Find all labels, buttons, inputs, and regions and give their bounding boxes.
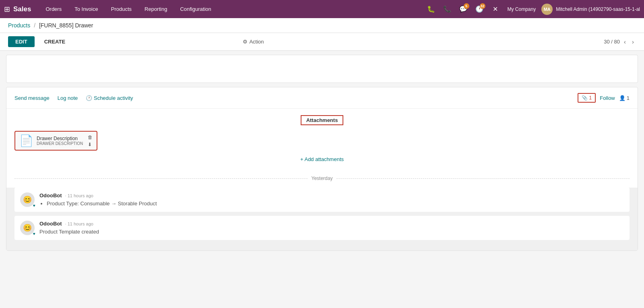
pagination: 30 / 80 ‹ › — [604, 37, 636, 46]
bot-avatar-1: 😊 ♥ — [20, 192, 35, 207]
pdf-icon: 📄 — [19, 134, 33, 147]
schedule-icon: 🕐 — [86, 95, 92, 101]
nav-item-orders[interactable]: Orders — [39, 0, 68, 18]
pagination-next[interactable]: › — [630, 37, 636, 46]
clock-badge: 32 — [480, 3, 485, 9]
chatter-actions: Send message Log note 🕐 Schedule activit… — [6, 87, 638, 109]
edit-button[interactable]: EDIT — [8, 36, 35, 47]
chatter-messages: 😊 ♥ OdooBot · 11 hours ago Product Type:… — [6, 188, 638, 250]
content-area: Send message Log note 🕐 Schedule activit… — [0, 55, 644, 251]
message-item-2: 😊 ♥ OdooBot · 11 hours ago Product Templ… — [14, 216, 630, 240]
attachments-section: Attachments 📄 Drawer Description DRAWER … — [6, 109, 638, 169]
download-attachment-icon[interactable]: ⬇ — [88, 142, 93, 147]
nav-item-configuration[interactable]: Configuration — [173, 0, 217, 18]
bug-icon-button[interactable]: 🐛 — [425, 3, 438, 16]
message-header-2: OdooBot · 11 hours ago — [39, 221, 624, 227]
nav-item-products[interactable]: Products — [105, 0, 138, 18]
delete-attachment-icon[interactable]: 🗑 — [88, 134, 93, 140]
add-attachments-button[interactable]: + Add attachments — [300, 156, 344, 162]
chatter: Send message Log note 🕐 Schedule activit… — [6, 87, 638, 251]
message-body-2: OdooBot · 11 hours ago Product Template … — [39, 221, 624, 235]
heart-icon-2: ♥ — [33, 232, 35, 236]
chat-badge: 5 — [464, 3, 469, 9]
nav-item-reporting[interactable]: Reporting — [138, 0, 173, 18]
action-label: Action — [249, 39, 264, 45]
message-header-1: OdooBot · 11 hours ago — [39, 192, 624, 198]
message-author-2: OdooBot — [39, 221, 62, 227]
avatar[interactable]: MA — [541, 4, 553, 15]
user-label: Mitchell Admin (14902790-saas-15-1-al — [556, 6, 640, 12]
attachment-actions: 🗑 ⬇ — [88, 134, 93, 147]
message-body-1: OdooBot · 11 hours ago Product Type: Con… — [39, 192, 624, 207]
follower-icon: 👤 — [619, 95, 625, 101]
main-nav: Orders To Invoice Products Reporting Con… — [39, 0, 217, 18]
message-item: 😊 ♥ OdooBot · 11 hours ago Product Type:… — [14, 188, 630, 212]
product-form-card — [6, 55, 638, 83]
top-nav-right: 🐛 📞 💬 5 🕐 32 ✕ My Company MA Mitchell Ad… — [425, 3, 640, 16]
message-text-2: Product Template created — [39, 229, 624, 235]
pagination-prev[interactable]: ‹ — [622, 37, 628, 46]
create-button[interactable]: CREATE — [39, 36, 71, 47]
message-text-1: Product Type: Consumable → Storable Prod… — [39, 201, 624, 207]
gear-icon: ⚙ — [243, 39, 248, 45]
breadcrumb-parent[interactable]: Products — [8, 22, 30, 29]
attachment-count: 1 — [589, 95, 592, 101]
attachment-card[interactable]: 📄 Drawer Description DRAWER DESCRIPTION … — [14, 131, 97, 151]
send-message-button[interactable]: Send message — [14, 95, 50, 101]
attachment-info: Drawer Description DRAWER DESCRIPTION — [37, 136, 83, 146]
brand-label: Sales — [13, 5, 31, 13]
message-author-1: OdooBot — [39, 192, 62, 198]
bot-avatar-2: 😊 ♥ — [20, 221, 35, 235]
attachments-title: Attachments — [301, 115, 344, 125]
tools-icon-button[interactable]: ✕ — [489, 3, 502, 16]
heart-icon: ♥ — [33, 203, 35, 208]
attachment-sub: DRAWER DESCRIPTION — [37, 141, 83, 146]
chat-icon-button[interactable]: 💬 5 — [457, 3, 470, 16]
follow-button[interactable]: Follow — [600, 95, 615, 101]
clock-icon-button[interactable]: 🕐 32 — [473, 3, 486, 16]
timeline-date: Yesterday — [308, 176, 337, 181]
action-bar: EDIT CREATE ⚙ Action 30 / 80 ‹ › — [0, 33, 644, 51]
phone-icon-button[interactable]: 📞 — [441, 3, 454, 16]
log-note-button[interactable]: Log note — [58, 95, 78, 101]
pagination-label: 30 / 80 — [604, 39, 620, 45]
message-time-2: · 11 hours ago — [65, 221, 93, 226]
breadcrumb-separator: / — [34, 22, 35, 29]
follower-count: 👤 1 — [619, 95, 630, 101]
schedule-activity-button[interactable]: 🕐 Schedule activity — [86, 95, 133, 101]
top-nav: ⊞ Sales Orders To Invoice Products Repor… — [0, 0, 644, 18]
chatter-right: 📎 1 Follow 👤 1 — [578, 93, 630, 103]
paperclip-icon: 📎 — [582, 95, 588, 101]
breadcrumb-current: [FURN_8855] Drawer — [39, 22, 93, 29]
breadcrumb: Products / [FURN_8855] Drawer — [0, 18, 644, 33]
timeline-divider: Yesterday — [6, 175, 638, 181]
nav-item-to-invoice[interactable]: To Invoice — [68, 0, 105, 18]
message-time-1: · 11 hours ago — [65, 193, 93, 198]
grid-icon[interactable]: ⊞ — [4, 5, 10, 14]
action-button[interactable]: ⚙ Action — [243, 39, 264, 45]
attachment-name: Drawer Description — [37, 136, 83, 141]
attachment-count-button[interactable]: 📎 1 — [578, 93, 596, 103]
company-label: My Company — [508, 6, 536, 12]
